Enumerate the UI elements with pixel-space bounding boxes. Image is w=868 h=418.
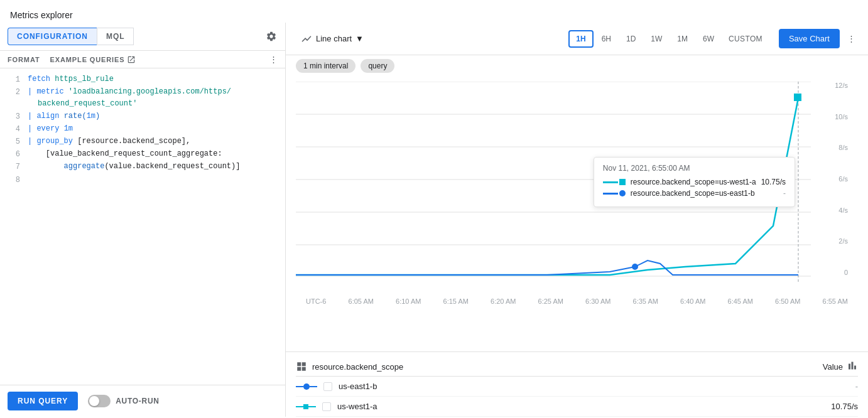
autorun-label: AUTO-RUN [116, 397, 160, 405]
west-line-indicator [296, 404, 316, 409]
app-header: Metrics explorer [0, 0, 868, 23]
autorun-switch[interactable] [88, 395, 111, 407]
app-title: Metrics explorer [10, 5, 858, 23]
code-line-5: 5 | group_by [resource.backend_scope], [0, 136, 285, 148]
code-line-8: 8 [0, 174, 285, 186]
time-btn-1m[interactable]: 1M [670, 31, 695, 47]
chart-toolbar: Line chart ▼ 1H 6H 1D 1W 1M 6W CUSTOM Sa… [286, 23, 868, 55]
code-line-3: 3 | align rate(1m) [0, 110, 285, 123]
settings-icon[interactable] [265, 30, 278, 43]
legend-row-east: us-east1-b - [296, 377, 858, 397]
tab-mql[interactable]: MQL [97, 28, 134, 45]
west-checkbox[interactable] [322, 402, 331, 411]
code-line-7: 7 aggregate(value.backend_request_count)… [0, 161, 285, 173]
time-btn-1w[interactable]: 1W [644, 31, 669, 47]
legend-group-label: resource.backend_scope [312, 362, 403, 372]
east-legend-name: us-east1-b [339, 382, 849, 391]
tab-configuration[interactable]: CONFIGURATION [8, 28, 97, 45]
legend-row-west: us-west1-a 10.75/s [296, 397, 858, 417]
custom-time-button[interactable]: CUSTOM [722, 31, 769, 46]
time-btn-6w[interactable]: 6W [696, 31, 721, 47]
code-line-4: 4 | every 1m [0, 123, 285, 136]
legend-header: resource.backend_scope Value [296, 357, 858, 377]
time-btn-6h[interactable]: 6H [595, 31, 618, 47]
tooltip-title: Nov 11, 2021, 6:55:00 AM [603, 164, 786, 173]
editor-toolbar: FORMAT EXAMPLE QUERIES ⋮ [0, 51, 285, 68]
chip-interval[interactable]: 1 min interval [296, 59, 355, 73]
code-line-2: 2 | metric 'loadbalancing.googleapis.com… [0, 86, 285, 110]
run-query-button[interactable]: RUN QUERY [8, 392, 78, 410]
chart-tooltip: Nov 11, 2021, 6:55:00 AM resource.backen… [594, 157, 795, 207]
chart-type-label: Line chart [316, 34, 352, 43]
legend-area: resource.backend_scope Value us-east1-b … [286, 351, 868, 417]
legend-title: resource.backend_scope [296, 361, 403, 372]
chart-type-arrow: ▼ [355, 34, 364, 43]
save-chart-button[interactable]: Save Chart [779, 29, 840, 48]
time-btn-1h[interactable]: 1H [568, 30, 593, 48]
bottom-bar: RUN QUERY AUTO-RUN [0, 385, 285, 417]
tooltip-row2-value: - [783, 189, 786, 198]
east-checkbox[interactable] [323, 382, 332, 391]
tooltip-row1-label: resource.backend_scope=us-west1-a [631, 178, 756, 186]
tooltip-row1-value: 10.75/s [761, 178, 786, 186]
chip-query[interactable]: query [361, 59, 394, 73]
more-options-icon[interactable]: ⋮ [845, 31, 858, 46]
svg-point-9 [632, 264, 638, 270]
chart-svg: 12/s 10/s 8/s 6/s 4/s 2/s 0 [296, 82, 858, 295]
main-layout: CONFIGURATION MQL FORMAT EXAMPLE QUERIES… [0, 23, 868, 417]
tooltip-row-2: resource.backend_scope=us-east1-b - [603, 189, 786, 198]
chart-area: 12/s 10/s 8/s 6/s 4/s 2/s 0 [286, 77, 868, 351]
example-queries-link[interactable]: EXAMPLE QUERIES [50, 55, 136, 64]
tooltip-row2-label: resource.backend_scope=us-east1-b [631, 189, 755, 198]
tab-bar: CONFIGURATION MQL [0, 23, 285, 51]
legend-value-label: Value [823, 362, 843, 372]
left-panel: CONFIGURATION MQL FORMAT EXAMPLE QUERIES… [0, 23, 286, 417]
x-axis: UTC-6 6:05 AM 6:10 AM 6:15 AM 6:20 AM 6:… [296, 295, 858, 305]
tooltip-row-1: resource.backend_scope=us-west1-a 10.75/… [603, 178, 786, 186]
time-buttons: 1H 6H 1D 1W 1M 6W CUSTOM [568, 30, 769, 48]
format-label: FORMAT [8, 56, 40, 63]
code-line-6: 6 [value_backend_request_count_aggregate… [0, 148, 285, 161]
svg-rect-8 [794, 94, 801, 101]
code-editor[interactable]: 1 fetch https_lb_rule 2 | metric 'loadba… [0, 68, 285, 385]
east-line-indicator [296, 383, 317, 390]
west-legend-name: us-west1-a [337, 402, 825, 411]
code-line-1: 1 fetch https_lb_rule [0, 73, 285, 86]
time-btn-1d[interactable]: 1D [619, 31, 643, 47]
chart-type-select[interactable]: Line chart ▼ [296, 31, 369, 47]
autorun-toggle[interactable]: AUTO-RUN [88, 395, 160, 407]
tab-actions [265, 30, 278, 43]
chip-bar: 1 min interval query [286, 55, 868, 77]
west-legend-value: 10.75/s [831, 402, 858, 411]
y-axis: 12/s 10/s 8/s 6/s 4/s 2/s 0 [835, 82, 848, 276]
east-legend-value: - [855, 382, 858, 391]
editor-more-icon[interactable]: ⋮ [269, 55, 278, 64]
right-panel: Line chart ▼ 1H 6H 1D 1W 1M 6W CUSTOM Sa… [286, 23, 868, 417]
